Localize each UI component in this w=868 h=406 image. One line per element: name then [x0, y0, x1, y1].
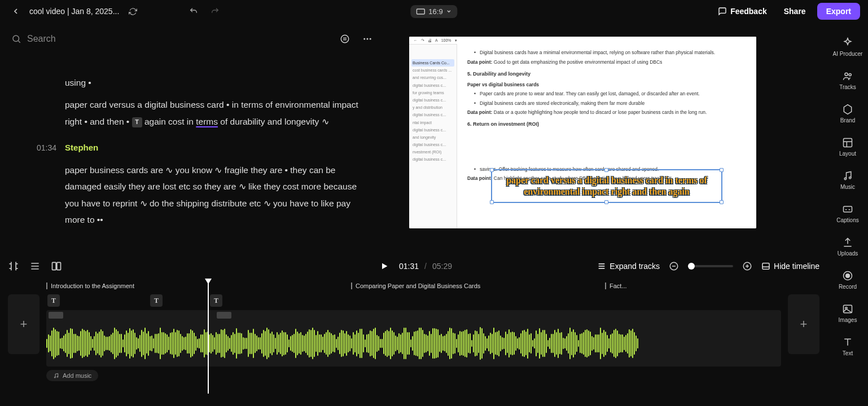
add-track-left-button[interactable]: +: [8, 294, 40, 354]
total-time: 05:29: [432, 262, 452, 271]
text-badge-icon: T: [132, 117, 142, 127]
add-music-label: Add music: [63, 372, 91, 379]
layout-button[interactable]: Layout: [839, 137, 856, 157]
zoom-slider-handle[interactable]: [688, 263, 695, 270]
timeline-track[interactable]: T T T Add music: [46, 294, 781, 379]
search-placeholder: Search: [27, 34, 56, 44]
clip-thumbnail[interactable]: [49, 312, 63, 319]
project-title[interactable]: cool video | Jan 8, 2025...: [29, 7, 119, 16]
svg-point-4: [367, 38, 369, 40]
resize-handle[interactable]: [490, 168, 494, 172]
resize-handle[interactable]: [720, 168, 724, 172]
svg-point-5: [370, 38, 371, 40]
feedback-label: Feedback: [730, 7, 767, 16]
share-button[interactable]: Share: [778, 3, 812, 19]
resize-handle[interactable]: [604, 168, 608, 172]
resize-handle[interactable]: [604, 200, 608, 204]
transcript-fragment: again cost in: [142, 117, 196, 126]
undo-button[interactable]: [186, 3, 201, 19]
svg-point-9: [844, 178, 846, 179]
uploads-button[interactable]: Uploads: [838, 237, 858, 257]
text-button[interactable]: Text: [842, 337, 853, 356]
rail-label: Tracks: [839, 84, 856, 90]
aspect-ratio-selector[interactable]: 16:9: [410, 5, 457, 18]
rail-label: AI Producer: [833, 51, 863, 57]
highlighted-word[interactable]: terms: [196, 117, 218, 126]
record-button[interactable]: Record: [839, 270, 857, 290]
doc-bullet: Paper cards are prone to wear and tear. …: [467, 90, 746, 98]
zoom-slider[interactable]: [688, 265, 733, 267]
clip-thumbnail[interactable]: [217, 312, 231, 319]
rail-label: Music: [840, 184, 855, 190]
sparkle-icon: [842, 37, 853, 48]
music-button[interactable]: Music: [840, 170, 855, 190]
svg-point-3: [363, 38, 365, 40]
rail-label: Layout: [839, 151, 856, 157]
outline-item: ntal impact: [411, 119, 454, 126]
zoom-out-icon[interactable]: [669, 261, 679, 271]
text-marker[interactable]: T: [150, 294, 163, 307]
music-note-icon: [53, 373, 59, 379]
aspect-ratio-label: 16:9: [428, 7, 442, 16]
svg-rect-17: [57, 262, 61, 270]
image-icon: [842, 303, 853, 315]
text-marker[interactable]: T: [210, 294, 222, 307]
expand-icon: [597, 262, 606, 271]
video-preview[interactable]: ←↷🖨A100%▾ Normal text▾ Mono...▾ −14+ BIU…: [409, 37, 756, 228]
redo-button[interactable]: [207, 3, 223, 19]
waveform-row[interactable]: [46, 320, 781, 367]
speaker-name[interactable]: Stephen: [65, 140, 98, 156]
outline-item: digital business c...: [411, 141, 454, 148]
section-label[interactable]: Introduction to the Assignment: [46, 283, 134, 289]
resize-handle[interactable]: [720, 200, 724, 204]
svg-point-21: [54, 377, 55, 378]
play-icon: [380, 262, 389, 271]
svg-point-10: [849, 177, 851, 179]
back-button[interactable]: [8, 3, 24, 19]
text-marker[interactable]: T: [47, 294, 60, 307]
resize-handle[interactable]: [490, 200, 494, 204]
svg-point-22: [57, 376, 58, 377]
svg-rect-11: [844, 206, 852, 212]
split-view-icon[interactable]: [51, 261, 62, 272]
refresh-icon[interactable]: [125, 3, 141, 19]
expand-tracks-label: Expand tracks: [610, 262, 660, 271]
section-label[interactable]: Comparing Paper and Digital Business Car…: [351, 283, 480, 289]
add-track-right-button[interactable]: +: [788, 294, 819, 354]
doc-heading: 5. Durability and longevity: [467, 70, 746, 78]
transcript-timestamp[interactable]: 01:34: [37, 140, 56, 156]
play-button[interactable]: [375, 257, 393, 275]
search-input[interactable]: Search: [11, 34, 334, 44]
ai-producer-button[interactable]: AI Producer: [833, 37, 863, 57]
outline-item: for growing teams: [411, 89, 454, 96]
export-button[interactable]: Export: [817, 3, 860, 20]
search-icon: [11, 34, 21, 44]
images-button[interactable]: Images: [839, 303, 857, 323]
music-icon: [842, 170, 853, 182]
add-music-button[interactable]: Add music: [46, 370, 98, 381]
more-icon[interactable]: [362, 34, 372, 44]
tracks-button[interactable]: Tracks: [839, 70, 856, 90]
doc-bullet: Digital business cards have a minimal en…: [467, 49, 746, 56]
list-view-icon[interactable]: [29, 261, 41, 272]
outline-item: nvestment (ROI): [411, 148, 454, 156]
hide-timeline-button[interactable]: Hide timeline: [761, 262, 819, 271]
svg-rect-0: [417, 9, 424, 14]
captions-button[interactable]: Captions: [836, 204, 858, 223]
playhead[interactable]: [208, 282, 209, 394]
feedback-button[interactable]: Feedback: [712, 3, 773, 19]
expand-tracks-button[interactable]: Expand tracks: [597, 262, 660, 271]
section-label[interactable]: Fact...: [605, 283, 627, 289]
transcript-text[interactable]: using •: [65, 74, 372, 91]
people-icon: [842, 70, 853, 82]
transcript-text[interactable]: paper business cards are ∿ you know ∿ fr…: [65, 162, 372, 228]
filter-icon[interactable]: [340, 34, 350, 44]
brand-button[interactable]: Brand: [840, 104, 856, 123]
split-clip-icon[interactable]: [8, 261, 19, 272]
clip-thumbs-row[interactable]: [46, 310, 781, 320]
zoom-in-icon[interactable]: [742, 261, 752, 271]
transcript-text[interactable]: paper card versus a digital business car…: [65, 96, 372, 130]
svg-rect-20: [762, 263, 769, 270]
caption-overlay[interactable]: paper card versus a digital business car…: [491, 169, 722, 203]
svg-point-13: [846, 274, 850, 278]
